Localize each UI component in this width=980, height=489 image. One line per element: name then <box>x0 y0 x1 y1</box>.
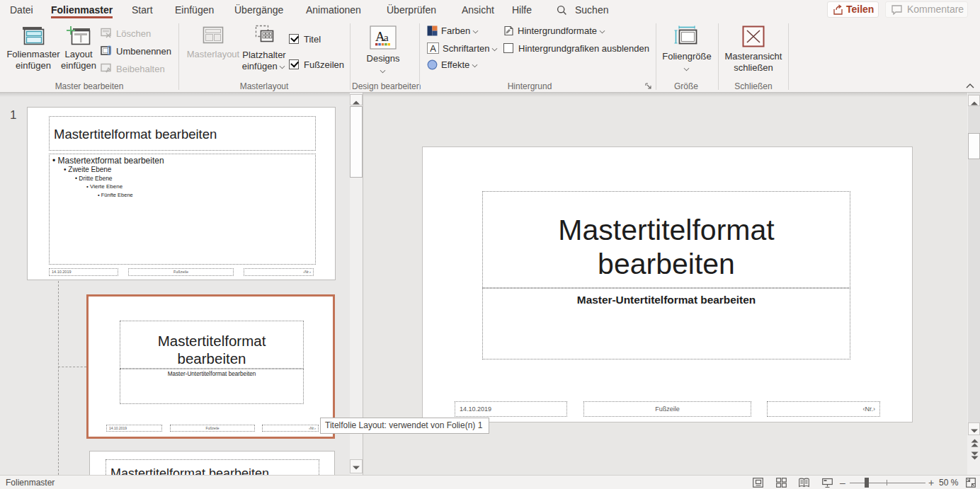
svg-text:A: A <box>430 43 436 54</box>
svg-text:a: a <box>384 32 389 43</box>
